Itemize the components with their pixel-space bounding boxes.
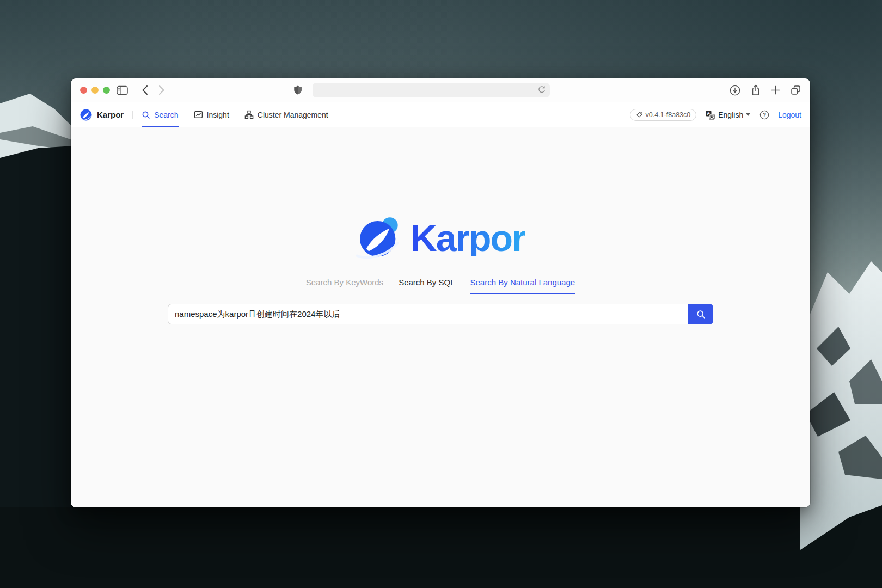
new-tab-icon[interactable] <box>771 85 780 95</box>
karpor-logo-icon <box>79 108 93 121</box>
nav-item-label: Insight <box>207 111 229 119</box>
titlebar-right-icons <box>730 84 801 96</box>
tab-search-by-natural-language[interactable]: Search By Natural Language <box>470 278 575 294</box>
browser-titlebar <box>71 78 810 102</box>
tag-icon <box>636 111 643 118</box>
back-icon[interactable] <box>142 85 148 95</box>
logout-link[interactable]: Logout <box>778 111 801 119</box>
help-icon[interactable]: ? <box>759 110 769 120</box>
karpor-planet-icon <box>356 215 404 261</box>
insight-icon <box>194 110 203 119</box>
close-button[interactable] <box>80 87 87 94</box>
search-input[interactable] <box>168 304 688 324</box>
version-badge: v0.4.1-f8a83c0 <box>630 109 697 121</box>
hero-wordmark: Karpor <box>411 219 525 256</box>
navbar-items: Search Insight <box>142 102 344 127</box>
nav-item-search[interactable]: Search <box>142 102 178 127</box>
search-submit-icon <box>696 310 706 319</box>
nav-item-insight[interactable]: Insight <box>194 102 229 127</box>
language-selector[interactable]: English <box>718 111 743 119</box>
desktop: Karpor Search <box>0 0 882 588</box>
brand-name: Karpor <box>97 110 124 119</box>
minimize-button[interactable] <box>91 87 99 94</box>
search-submit-button[interactable] <box>688 304 713 324</box>
fullscreen-button[interactable] <box>103 87 110 94</box>
search-bar <box>168 304 713 324</box>
navbar-divider <box>132 111 133 119</box>
sidebar-toggle-icon[interactable] <box>117 85 128 95</box>
karpor-brand[interactable]: Karpor <box>79 108 124 121</box>
search-hero: Karpor Search By KeyWords Search By SQL … <box>168 127 713 324</box>
refresh-icon[interactable] <box>537 85 546 94</box>
address-bar[interactable] <box>313 83 550 97</box>
svg-text:?: ? <box>763 112 766 118</box>
traffic-lights <box>80 87 110 94</box>
nav-item-label: Search <box>154 111 178 119</box>
tab-search-by-keywords[interactable]: Search By KeyWords <box>306 278 383 294</box>
download-icon[interactable] <box>730 85 740 96</box>
translate-icon[interactable]: A <box>705 110 715 120</box>
forward-icon[interactable] <box>158 85 165 95</box>
navbar-right: v0.4.1-f8a83c0 A English ? <box>630 109 801 121</box>
app-navbar: Karpor Search <box>71 102 810 127</box>
browser-window: Karpor Search <box>71 78 810 507</box>
tab-search-by-sql[interactable]: Search By SQL <box>399 278 455 294</box>
search-mode-tabs: Search By KeyWords Search By SQL Search … <box>168 278 713 294</box>
page-content: Karpor Search By KeyWords Search By SQL … <box>71 127 810 507</box>
caret-down-icon[interactable] <box>746 113 750 116</box>
hero-logo: Karpor <box>168 215 713 261</box>
tab-overview-icon[interactable] <box>790 84 801 96</box>
version-text: v0.4.1-f8a83c0 <box>646 111 691 119</box>
cluster-icon <box>244 110 254 119</box>
nav-item-cluster-management[interactable]: Cluster Management <box>244 102 328 127</box>
nav-item-label: Cluster Management <box>258 111 328 119</box>
search-icon <box>142 111 150 119</box>
share-icon[interactable] <box>750 84 761 96</box>
privacy-shield-icon[interactable] <box>293 84 303 96</box>
